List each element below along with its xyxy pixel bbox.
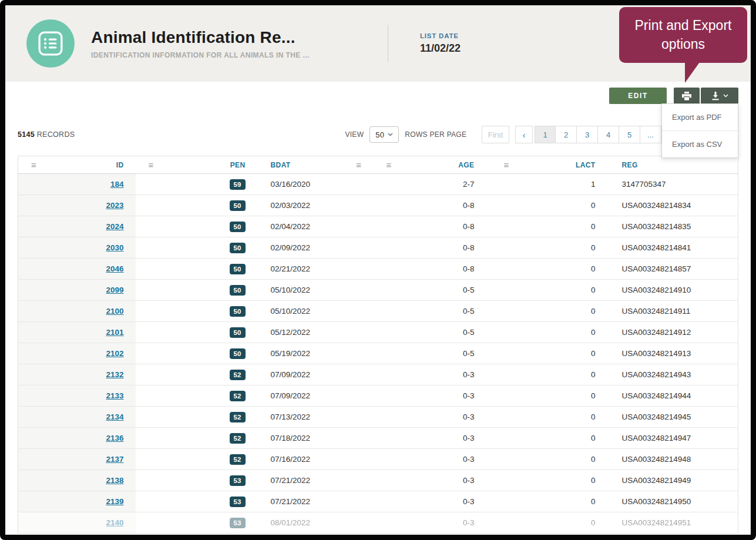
records-count-block: 5145 RECORDS [18,130,75,139]
column-menu-icon[interactable]: ≡ [504,160,509,169]
table-row: 2101 50 05/12/2022 0-5 0 USA003248214912 [18,322,738,343]
cell-reg: USA003248214947 [609,428,738,449]
cell-bdat: 07/09/2022 [256,385,374,407]
records-label: RECORDS [37,130,75,139]
cell-reg: USA003248214950 [609,491,738,512]
column-menu-icon[interactable]: ≡ [31,160,36,169]
column-header-lact[interactable]: ≡ LACT [491,156,609,174]
animal-id-link[interactable]: 2030 [106,243,123,252]
cell-id: 2102 [18,343,136,364]
pagination-page-3[interactable]: 3 [577,126,598,143]
cell-lact: 0 [491,322,609,343]
records-count: 5145 [18,130,35,139]
export-button[interactable] [701,88,738,104]
pagination-page-2[interactable]: 2 [556,126,577,143]
rows-per-page-select[interactable]: 50 [369,126,399,143]
print-export-callout: Print and Export options [619,7,747,63]
pagination-page-1[interactable]: 1 [535,126,556,143]
table-header-row: ≡ ID ≡ PEN BDAT ≡ [18,156,738,174]
column-menu-icon[interactable]: ≡ [387,160,392,169]
list-date-value: 11/02/22 [420,42,461,55]
column-header-id[interactable]: ≡ ID [18,156,136,174]
cell-id: 2136 [18,428,136,449]
animal-id-link[interactable]: 2102 [106,349,123,358]
cell-bdat: 03/16/2020 [256,174,374,195]
menu-item-export-pdf[interactable]: Export as PDF [662,104,738,130]
cell-bdat: 02/21/2022 [256,259,374,280]
animal-id-link[interactable]: 2046 [106,264,123,273]
rows-per-page-label: ROWS PER PAGE [405,130,466,139]
pagination-prev-button[interactable]: ‹ [515,126,533,143]
table-row: 2100 50 05/10/2022 0-5 0 USA003248214911 [18,301,738,322]
column-menu-icon[interactable]: ≡ [356,160,361,169]
animal-id-link[interactable]: 2139 [106,497,123,506]
column-header-bdat[interactable]: BDAT ≡ [256,156,374,174]
animal-id-link[interactable]: 2136 [106,434,123,442]
title-block: Animal Identification Re... IDENTIFICATI… [91,28,388,59]
cell-pen: 53 [136,470,256,491]
cell-lact: 0 [491,195,609,216]
pagination-page-5[interactable]: 5 [619,126,640,143]
cell-id: 2046 [18,259,136,280]
table-row: 2030 50 02/09/2022 0-8 0 USA003248214841 [18,237,738,259]
cell-bdat: 07/16/2022 [256,449,374,470]
animal-id-link[interactable]: 2024 [106,222,123,231]
animal-id-link[interactable]: 2101 [106,328,123,337]
animal-id-link[interactable]: 2100 [106,307,123,316]
cell-bdat: 07/18/2022 [256,428,374,449]
cell-age: 0-8 [374,216,491,237]
cell-id: 2138 [18,470,136,491]
animal-id-link[interactable]: 2132 [106,370,123,379]
cell-id: 2137 [18,449,136,470]
column-header-reg[interactable]: REG [609,156,738,174]
edit-button[interactable]: EDIT [609,88,667,104]
printer-icon [682,92,691,100]
cell-lact: 0 [491,407,609,428]
animal-id-link[interactable]: 2133 [106,391,123,400]
cell-pen: 52 [136,385,256,407]
cell-id: 2134 [18,407,136,428]
cell-bdat: 05/19/2022 [256,343,374,364]
animal-id-link[interactable]: 184 [110,180,124,189]
cell-lact: 0 [491,237,609,259]
pen-badge: 52 [230,412,246,422]
table-body: 184 59 03/16/2020 2-7 1 3147705347 2023 … [18,174,738,534]
cell-reg: 3147705347 [609,174,738,195]
cell-lact: 0 [491,512,609,534]
pen-badge: 53 [230,518,246,528]
pen-badge: 50 [230,285,246,296]
cell-id: 2099 [18,280,136,301]
cell-id: 184 [18,174,136,195]
list-date-label: LIST DATE [420,32,461,39]
animal-id-link[interactable]: 2137 [106,455,123,464]
report-list-icon [26,19,75,68]
cell-bdat: 05/12/2022 [256,322,374,343]
print-export-button-group [674,88,738,104]
cell-age: 0-3 [374,364,491,385]
menu-item-export-csv[interactable]: Export as CSV [662,130,738,157]
rows-per-page-value: 50 [375,130,384,139]
table-row: 2134 52 07/13/2022 0-3 0 USA003248214945 [18,407,738,428]
column-header-age[interactable]: ≡ AGE [374,156,491,174]
page-title: Animal Identification Re... [91,28,388,47]
animal-id-link[interactable]: 2023 [106,201,123,210]
column-menu-icon[interactable]: ≡ [149,160,154,169]
animal-id-link[interactable]: 2134 [106,412,123,421]
pagination-ellipsis[interactable]: ... [640,126,661,143]
animal-identification-report-page: Animal Identification Re... IDENTIFICATI… [0,0,756,540]
pen-badge: 50 [230,222,246,232]
callout-text: Print and Export options [633,16,733,53]
animal-id-link[interactable]: 2099 [106,286,123,294]
print-button[interactable] [674,88,700,104]
pagination-page-4[interactable]: 4 [598,126,619,143]
animal-id-link[interactable]: 2138 [106,476,123,485]
table-row: 2133 52 07/09/2022 0-3 0 USA003248214944 [18,385,738,407]
pagination-first-button[interactable]: First [482,126,509,143]
list-icon [38,31,63,56]
animal-id-link[interactable]: 2140 [106,518,123,527]
table-row: 2139 53 07/21/2022 0-3 0 USA003248214950 [18,491,738,512]
column-header-pen[interactable]: ≡ PEN [136,156,256,174]
cell-lact: 0 [491,364,609,385]
cell-lact: 0 [491,280,609,301]
cell-age: 0-3 [374,449,491,470]
